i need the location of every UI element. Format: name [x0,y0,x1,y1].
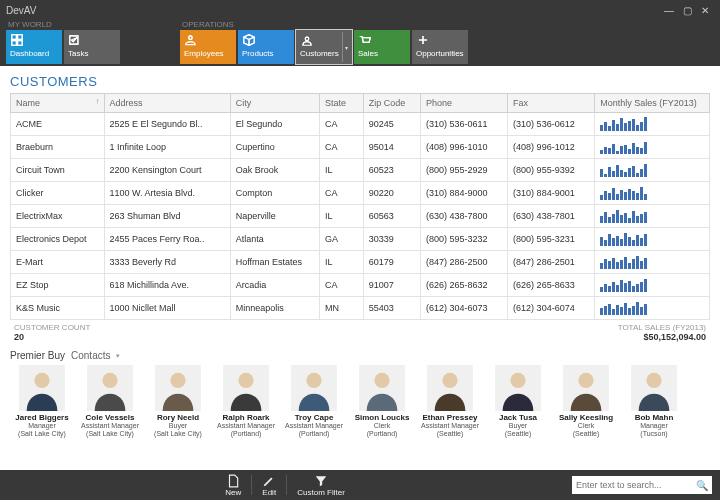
cell: CA [320,113,364,136]
ribbon-item-label: Tasks [68,49,88,58]
table-row[interactable]: Braeburn1 Infinite LoopCupertinoCA95014(… [11,136,710,159]
column-header[interactable]: Name↑ [11,94,105,113]
cell: (800) 595-3231 [508,228,595,251]
cell: IL [320,159,364,182]
column-header[interactable]: Address [104,94,230,113]
detail-tab[interactable]: Contacts [71,350,110,361]
table-row[interactable]: Clicker1100 W. Artesia Blvd.ComptonCA902… [11,182,710,205]
avatar [87,365,133,411]
cell: Braeburn [11,136,105,159]
contact-card[interactable]: Rory NeeldBuyer(Salt Lake City) [146,365,210,438]
contact-card[interactable]: Bob MahnManager(Tucson) [622,365,686,438]
contact-card[interactable]: Ralph RoarkAssistant Manager(Portland) [214,365,278,438]
cell: 55403 [363,297,420,320]
cell: 30339 [363,228,420,251]
cell: Atlanta [230,228,319,251]
plus-icon [416,33,430,47]
contact-card[interactable]: Jared BiggersManager(Salt Lake City) [10,365,74,438]
contact-card[interactable]: Simon LoucksClerk(Portland) [350,365,414,438]
contact-role: Assistant Manager [214,422,278,430]
svg-point-1 [34,373,49,388]
avatar [155,365,201,411]
ribbon-item-label: Dashboard [10,49,49,58]
cell: (612) 304-6074 [508,297,595,320]
ribbon-item-customers[interactable]: Customers▾ [296,30,352,64]
contact-card[interactable]: Cole VesselsAssistant Manager(Salt Lake … [78,365,142,438]
contact-location: (Salt Lake City) [10,430,74,438]
column-header[interactable]: Monthly Sales (FY2013) [595,94,710,113]
contact-name: Jack Tusa [486,413,550,422]
contact-location: (Salt Lake City) [78,430,142,438]
table-row[interactable]: Circuit Town2200 Kensington CourtOak Bro… [11,159,710,182]
contact-role: Buyer [146,422,210,430]
cell: CA [320,136,364,159]
contact-name: Troy Cape [282,413,346,422]
table-row[interactable]: ElectrixMax263 Shuman BlvdNapervilleIL60… [11,205,710,228]
cell: 1100 W. Artesia Blvd. [104,182,230,205]
search-input[interactable] [576,480,696,490]
search-box[interactable]: 🔍 [572,476,712,494]
contact-card[interactable]: Troy CapeAssistant Manager(Portland) [282,365,346,438]
cell: (310) 884-9001 [508,182,595,205]
cell: (800) 955-9392 [508,159,595,182]
total-value: $50,152,094.00 [618,332,706,342]
cell: IL [320,205,364,228]
contact-name: Bob Mahn [622,413,686,422]
avatar [631,365,677,411]
cell: Hoffman Estates [230,251,319,274]
cell: (408) 996-1010 [420,136,507,159]
ribbon-item-products[interactable]: Products [238,30,294,64]
close-button[interactable]: ✕ [696,5,714,16]
ribbon-item-opportunities[interactable]: Opportunities [412,30,468,64]
avatar [495,365,541,411]
ribbon-item-dashboard[interactable]: Dashboard [6,30,62,64]
minimize-button[interactable]: — [660,5,678,16]
file-icon [226,474,240,488]
contact-role: Clerk [350,422,414,430]
table-row[interactable]: Electronics Depot2455 Paces Ferry Roa..A… [11,228,710,251]
contact-location: (Portland) [282,430,346,438]
table-row[interactable]: EZ Stop618 Michillinda Ave.ArcadiaCA9100… [11,274,710,297]
contact-card[interactable]: Ethan PresseyAssistant Manager(Seattle) [418,365,482,438]
column-header[interactable]: Fax [508,94,595,113]
contact-name: Sally Keesling [554,413,618,422]
search-icon[interactable]: 🔍 [696,480,708,491]
chevron-down-icon[interactable]: ▾ [342,32,350,62]
ribbon-item-sales[interactable]: Sales [354,30,410,64]
contact-name: Cole Vessels [78,413,142,422]
column-header[interactable]: City [230,94,319,113]
column-header[interactable]: Zip Code [363,94,420,113]
column-header[interactable]: Phone [420,94,507,113]
ribbon-item-tasks[interactable]: Tasks [64,30,120,64]
edit-button[interactable]: Edit [262,474,276,497]
cell: Naperville [230,205,319,228]
contact-card[interactable]: Sally KeeslingClerk(Seattle) [554,365,618,438]
ribbon-item-label: Opportunities [416,49,464,58]
cell: 1 Infinite Loop [104,136,230,159]
table-row[interactable]: ACME2525 E El Segundo Bl..El SegundoCA90… [11,113,710,136]
table-row[interactable]: E-Mart3333 Beverly RdHoffman EstatesIL60… [11,251,710,274]
contact-card[interactable]: Jack TusaBuyer(Seattle) [486,365,550,438]
customers-grid[interactable]: Name↑AddressCityStateZip CodePhoneFaxMon… [10,93,710,320]
custom-filter-button[interactable]: Custom Filter [297,474,345,497]
check-icon [68,33,82,47]
sort-asc-icon: ↑ [96,97,100,106]
cart-icon [358,33,372,47]
cell: 2525 E El Segundo Bl.. [104,113,230,136]
cell: 91007 [363,274,420,297]
svg-point-15 [510,373,525,388]
chevron-down-icon[interactable]: ▾ [116,352,120,360]
ribbon: MY WORLDDashboardTasksOPERATIONSEmployee… [0,20,720,66]
table-row[interactable]: K&S Music1000 Nicllet MallMinneapolisMN5… [11,297,710,320]
contact-location: (Seattle) [486,430,550,438]
contact-role: Assistant Manager [418,422,482,430]
cell: E-Mart [11,251,105,274]
maximize-button[interactable]: ▢ [678,5,696,16]
svg-point-19 [646,373,661,388]
ribbon-item-employees[interactable]: Employees [180,30,236,64]
column-header[interactable]: State [320,94,364,113]
sparkline-cell [595,297,710,320]
new-button[interactable]: New [225,474,241,497]
cell: 263 Shuman Blvd [104,205,230,228]
cell: 95014 [363,136,420,159]
